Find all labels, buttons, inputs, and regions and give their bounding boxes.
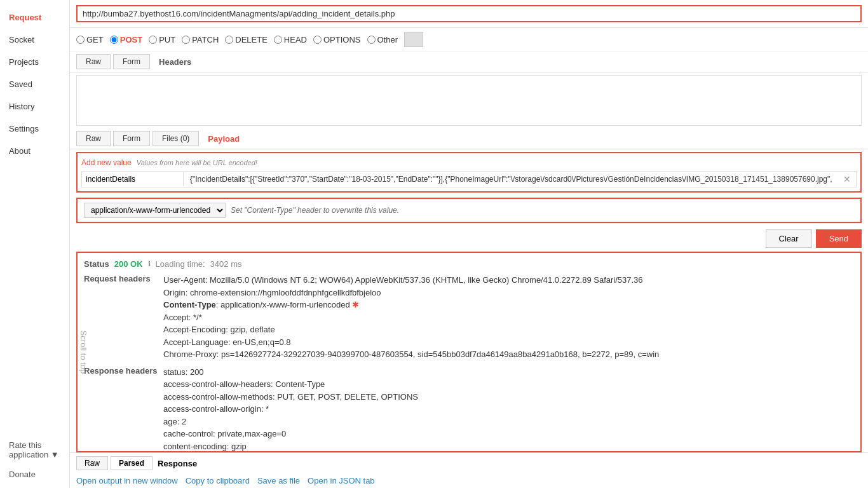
response-label: Response [158,459,197,468]
add-value-row: Add new value Values from here will be U… [81,157,857,171]
tab-form-payload[interactable]: Form [113,131,150,146]
url-bar [70,0,868,28]
response-bar: Raw Parsed Response [70,452,868,473]
method-get[interactable]: GET [76,35,104,44]
headers-textarea[interactable] [76,75,862,126]
sidebar-item-history[interactable]: History [0,95,69,118]
method-bar: GET POST PUT PATCH DELETE HEAD OPTIONS [70,28,868,51]
loading-label: Loading time: [156,259,205,269]
url-input[interactable] [76,5,862,22]
copy-clipboard-link[interactable]: Copy to clipboard [186,476,250,485]
resp-headers-content: status: 200 access-control-allow-headers… [163,366,854,453]
sidebar-item-request[interactable]: Request [0,6,69,29]
save-file-link[interactable]: Save as file [257,476,300,485]
response-status-row: Status 200 OK ℹ Loading time: 3402 ms [84,259,854,269]
payload-section: Add new value Values from here will be U… [76,152,862,193]
tab-raw-payload[interactable]: Raw [76,131,111,146]
open-new-window-link[interactable]: Open output in new window [76,476,178,485]
resp-tab-raw[interactable]: Raw [76,456,108,470]
status-label: Status [84,259,109,269]
other-button[interactable] [404,32,423,47]
sidebar-item-socket[interactable]: Socket [0,29,69,51]
method-head[interactable]: HEAD [274,35,307,44]
payload-key-input[interactable] [82,172,184,186]
content-type-note: Set "Content-Type" header to overwrite t… [231,206,399,215]
content-type-bar: application/x-www-form-urlencoded Set "C… [76,198,862,223]
tab-raw-headers[interactable]: Raw [76,54,111,69]
req-headers-content: User-Agent: Mozilla/5.0 (Windows NT 6.2;… [163,274,854,361]
method-other[interactable]: Other [367,35,398,44]
info-icon: ℹ [148,260,151,268]
sidebar-item-projects[interactable]: Projects [0,51,69,73]
method-put[interactable]: PUT [149,35,175,44]
response-section: Scroll to top Status 200 OK ℹ Loading ti… [76,252,862,452]
open-json-link[interactable]: Open in JSON tab [308,476,375,485]
tab-form-headers[interactable]: Form [113,54,150,69]
main-panel: GET POST PUT PATCH DELETE HEAD OPTIONS [70,0,868,488]
action-bar: Clear Send [70,226,868,252]
donate-link[interactable]: Donate [0,466,69,488]
request-headers-block: Request headers User-Agent: Mozilla/5.0 … [84,274,854,361]
scroll-to-top-label: Scroll to top [79,330,88,374]
url-encoded-note: Values from here will be URL encoded! [137,159,257,166]
payload-value-input[interactable] [186,172,836,186]
output-links: Open output in new window Copy to clipbo… [70,473,868,488]
add-value-link[interactable]: Add new value [81,158,132,167]
method-delete[interactable]: DELETE [225,35,268,44]
response-headers-block: Response headers status: 200 access-cont… [84,366,854,453]
payload-row: ✕ [81,171,857,187]
resp-headers-label: Response headers [84,366,160,376]
sidebar-item-saved[interactable]: Saved [0,73,69,95]
resp-tab-parsed[interactable]: Parsed [111,456,153,470]
loading-time: 3402 ms [210,259,242,269]
req-headers-label: Request headers [84,274,160,283]
payload-delete-icon[interactable]: ✕ [838,172,856,187]
sidebar: Request Socket Projects Saved History Se… [0,0,70,488]
send-button[interactable]: Send [816,229,862,248]
method-patch[interactable]: PATCH [182,35,219,44]
tab-payload-active[interactable]: Payload [201,132,246,146]
clear-button[interactable]: Clear [766,229,812,248]
sidebar-item-settings[interactable]: Settings [0,118,69,140]
headers-label: Headers [153,55,198,69]
tab-files-payload[interactable]: Files (0) [153,131,199,146]
payload-tab-row: Raw Form Files (0) Payload [70,128,868,149]
status-code: 200 OK [114,259,143,269]
rate-application[interactable]: Rate this application ▼ [0,434,69,466]
content-type-select[interactable]: application/x-www-form-urlencoded [84,203,226,218]
method-post[interactable]: POST [110,35,142,44]
sidebar-item-about[interactable]: About [0,140,69,162]
method-options[interactable]: OPTIONS [313,35,361,44]
headers-tab-row: Raw Form Headers [70,51,868,72]
